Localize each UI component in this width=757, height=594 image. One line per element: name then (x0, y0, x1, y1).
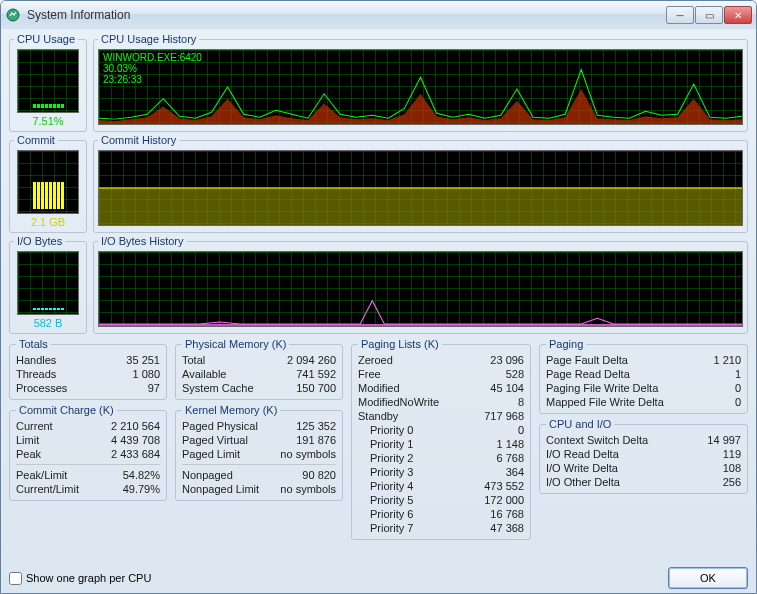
footer: Show one graph per CPU OK (1, 565, 756, 593)
cpu-history-graph: WINWORD.EXE:6420 30.03% 23:26:33 (98, 49, 743, 125)
cpu-usage-gauge (17, 49, 79, 113)
window-title: System Information (27, 8, 665, 22)
km-pv-value: 191 876 (296, 433, 336, 447)
pg-prd-label: Page Read Delta (546, 367, 630, 381)
cc-peak-value: 2 433 684 (111, 447, 160, 461)
overlay-process: WINWORD.EXE:6420 (103, 52, 202, 63)
commit-value: 2.1 GB (14, 216, 82, 228)
ci-csd-value: 14 997 (707, 433, 741, 447)
totals-legend: Totals (16, 338, 51, 350)
pl-standby-label: Standby (358, 409, 398, 423)
commit-legend: Commit (14, 134, 58, 146)
ok-button[interactable]: OK (668, 567, 748, 589)
pg-mfwd-value: 0 (735, 395, 741, 409)
km-np-value: 90 820 (302, 468, 336, 482)
ci-csd-label: Context Switch Delta (546, 433, 648, 447)
ci-iord-value: 119 (723, 447, 741, 461)
commit-row: Commit 2.1 GB Commit History (9, 134, 748, 233)
pg-pfd-label: Page Fault Delta (546, 353, 628, 367)
cpu-row: CPU Usage 7.51% CPU Usage History (9, 33, 748, 132)
io-legend: I/O Bytes (14, 235, 65, 247)
svg-rect-1 (99, 188, 742, 225)
km-np-label: Nonpaged (182, 468, 233, 482)
pl-p0-label: Priority 0 (358, 423, 413, 437)
threads-value: 1 080 (132, 367, 160, 381)
commit-charge-panel: Commit Charge (K) Current2 210 564 Limit… (9, 404, 167, 501)
pg-pfwd-label: Paging File Write Delta (546, 381, 658, 395)
commit-charge-legend: Commit Charge (K) (16, 404, 117, 416)
pm-cache-value: 150 700 (296, 381, 336, 395)
pl-free-value: 528 (506, 367, 524, 381)
io-value: 582 B (14, 317, 82, 329)
pl-p4-value: 473 552 (484, 479, 524, 493)
km-pp-value: 125 352 (296, 419, 336, 433)
io-gauge (17, 251, 79, 315)
pm-avail-label: Available (182, 367, 226, 381)
titlebar[interactable]: System Information ─ ▭ ✕ (1, 1, 756, 29)
physical-memory-panel: Physical Memory (K) Total2 094 260 Avail… (175, 338, 343, 400)
window-controls: ─ ▭ ✕ (665, 6, 752, 24)
pl-zeroed-label: Zeroed (358, 353, 393, 367)
system-information-window: System Information ─ ▭ ✕ CPU Usage (0, 0, 757, 594)
pm-avail-value: 741 592 (296, 367, 336, 381)
pg-prd-value: 1 (735, 367, 741, 381)
phys-mem-legend: Physical Memory (K) (182, 338, 289, 350)
pl-free-label: Free (358, 367, 381, 381)
cc-peaklimit-value: 54.82% (123, 468, 160, 482)
cc-limit-value: 4 439 708 (111, 433, 160, 447)
commit-history-panel: Commit History (93, 134, 748, 233)
km-pl-value: no symbols (280, 447, 336, 461)
pl-p1-label: Priority 1 (358, 437, 413, 451)
ci-iowd-value: 108 (723, 461, 741, 475)
totals-panel: Totals Handles35 251 Threads1 080 Proces… (9, 338, 167, 400)
cc-currentlimit-label: Current/Limit (16, 482, 79, 496)
cc-current-value: 2 210 564 (111, 419, 160, 433)
paging-legend: Paging (546, 338, 586, 350)
commit-panel: Commit 2.1 GB (9, 134, 87, 233)
close-button[interactable]: ✕ (724, 6, 752, 24)
show-one-graph-checkbox[interactable]: Show one graph per CPU (9, 572, 151, 585)
pl-modified-value: 45 104 (490, 381, 524, 395)
processes-label: Processes (16, 381, 67, 395)
paging-lists-panel: Paging Lists (K) Zeroed23 096 Free528 Mo… (351, 338, 531, 540)
maximize-button[interactable]: ▭ (695, 6, 723, 24)
ci-iood-value: 256 (723, 475, 741, 489)
threads-label: Threads (16, 367, 56, 381)
pg-mfwd-label: Mapped File Write Delta (546, 395, 664, 409)
stats-area: Totals Handles35 251 Threads1 080 Proces… (9, 336, 748, 540)
ci-iowd-label: I/O Write Delta (546, 461, 618, 475)
pm-cache-label: System Cache (182, 381, 254, 395)
cpu-history-legend: CPU Usage History (98, 33, 199, 45)
pl-p7-value: 47 368 (490, 521, 524, 535)
km-npl-label: Nonpaged Limit (182, 482, 259, 496)
pl-p0-value: 0 (518, 423, 524, 437)
cpu-usage-legend: CPU Usage (14, 33, 78, 45)
show-one-graph-label: Show one graph per CPU (26, 572, 151, 584)
km-pl-label: Paged Limit (182, 447, 240, 461)
cpu-history-panel: CPU Usage History WINWORD.EXE:6420 30.03… (93, 33, 748, 132)
kernel-memory-panel: Kernel Memory (K) Paged Physical125 352 … (175, 404, 343, 501)
pl-p4-label: Priority 4 (358, 479, 413, 493)
show-one-graph-input[interactable] (9, 572, 22, 585)
cc-limit-label: Limit (16, 433, 39, 447)
processes-value: 97 (148, 381, 160, 395)
app-icon (5, 7, 21, 23)
pl-p2-label: Priority 2 (358, 451, 413, 465)
io-history-panel: I/O Bytes History (93, 235, 748, 334)
pl-p3-value: 364 (506, 465, 524, 479)
io-row: I/O Bytes 582 B I/O Bytes History (9, 235, 748, 334)
cpu-usage-value: 7.51% (14, 115, 82, 127)
cc-peak-label: Peak (16, 447, 41, 461)
pl-modnw-label: ModifiedNoWrite (358, 395, 439, 409)
pg-pfwd-value: 0 (735, 381, 741, 395)
pl-p6-label: Priority 6 (358, 507, 413, 521)
pl-modnw-value: 8 (518, 395, 524, 409)
pl-p7-label: Priority 7 (358, 521, 413, 535)
cpu-io-panel: CPU and I/O Context Switch Delta14 997 I… (539, 418, 748, 494)
pg-pfd-value: 1 210 (713, 353, 741, 367)
pm-total-label: Total (182, 353, 205, 367)
io-panel: I/O Bytes 582 B (9, 235, 87, 334)
io-history-legend: I/O Bytes History (98, 235, 187, 247)
minimize-button[interactable]: ─ (666, 6, 694, 24)
pm-total-value: 2 094 260 (287, 353, 336, 367)
